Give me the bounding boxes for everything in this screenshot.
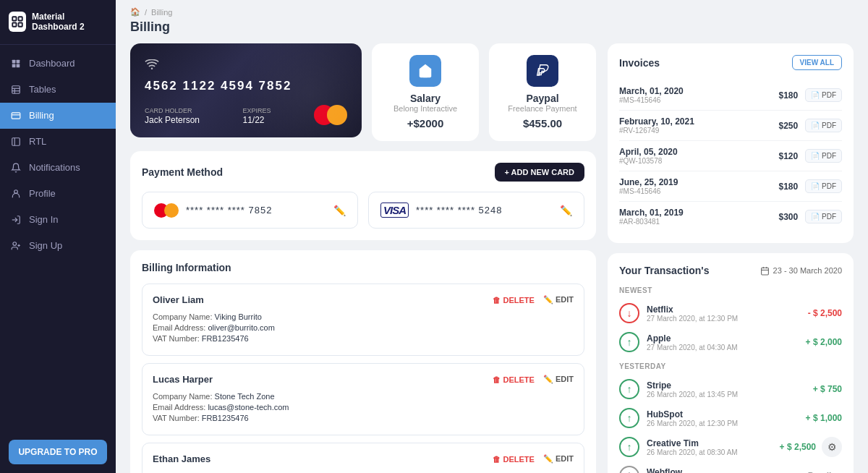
svg-rect-7 <box>17 64 20 67</box>
salary-label: Salary <box>410 93 441 104</box>
card-number: 4562 1122 4594 7852 <box>145 79 347 93</box>
svg-rect-6 <box>12 64 16 67</box>
invoices-header: Invoices VIEW ALL <box>619 55 842 70</box>
company-field-1: Company Name: Stone Tech Zone <box>153 392 574 401</box>
card-expires: 11/22 <box>243 115 265 125</box>
sidebar-item-notifications[interactable]: Notifications <box>0 155 116 181</box>
sidebar-item-dashboard[interactable]: Dashboard <box>0 51 116 77</box>
upgrade-button[interactable]: UPGRADE TO PRO <box>9 440 107 464</box>
table-icon <box>10 84 22 95</box>
tr-time-hubspot: 26 March 2020, at 12:30 PM <box>647 419 738 427</box>
paypal-card: Paypal Freelance Payment $455.00 <box>489 43 596 141</box>
sidebar-item-signin[interactable]: Sign In <box>0 207 116 233</box>
inv-pdf-0[interactable]: 📄 PDF <box>805 88 842 102</box>
edit-card-mc-button[interactable]: ✏️ <box>333 205 346 216</box>
inv-pdf-3[interactable]: 📄 PDF <box>805 179 842 193</box>
tr-time-stripe: 26 March 2020, at 13:45 PM <box>647 391 738 399</box>
card-holder-info: Card Holder Jack Peterson <box>145 107 200 125</box>
signup-icon <box>10 240 22 252</box>
payment-method-header: Payment Method + ADD NEW CARD <box>142 163 584 182</box>
left-column: 4562 1122 4594 7852 Card Holder Jack Pet… <box>130 43 596 464</box>
tr-dot-webflow: ! <box>619 466 639 473</box>
tr-name-creativetim: Creative Tim <box>647 438 738 448</box>
sidebar-item-rtl[interactable]: RTL <box>0 129 116 155</box>
svg-rect-22 <box>761 268 768 275</box>
card-holder-label: Card Holder <box>145 107 200 114</box>
transactions-date-range: 23 - 30 March 2020 <box>760 266 842 276</box>
logo-icon <box>9 12 26 32</box>
tr-netflix: ↓ Netflix 27 March 2020, at 12:30 PM - $… <box>619 299 842 328</box>
sidebar-item-label: Sign In <box>29 214 58 225</box>
salary-card: Salary Belong Interactive +$2000 <box>372 43 479 141</box>
mastercard-logo <box>314 105 347 125</box>
inv-date-0: March, 01, 2020 <box>619 86 684 96</box>
edit-billing-2[interactable]: ✏️ EDIT <box>543 454 574 464</box>
inv-id-3: #MS-415646 <box>619 187 678 195</box>
tr-time-netflix: 27 March 2020, at 12:30 PM <box>647 315 738 323</box>
delete-billing-0[interactable]: 🗑 DELETE <box>493 295 534 304</box>
salary-sub: Belong Interactive <box>393 104 457 113</box>
edit-billing-1[interactable]: ✏️ EDIT <box>543 375 574 384</box>
sidebar-item-label: RTL <box>29 136 46 147</box>
invoices-list: March, 01, 2020 #MS-415646 $180 📄 PDF Fe… <box>619 80 842 231</box>
invoice-row-2: April, 05, 2020 #QW-103578 $120 📄 PDF <box>619 141 842 171</box>
right-column: Invoices VIEW ALL March, 01, 2020 #MS-41… <box>608 43 854 464</box>
inv-date-1: February, 10, 2021 <box>619 116 694 127</box>
svg-rect-0 <box>12 17 16 21</box>
cards-row: 4562 1122 4594 7852 Card Holder Jack Pet… <box>130 43 596 141</box>
sidebar-logo: Material Dashboard 2 <box>0 0 116 45</box>
sidebar-item-label: Billing <box>29 110 54 121</box>
layout-icon <box>10 136 22 148</box>
gear-button[interactable]: ⚙ <box>822 437 842 457</box>
sidebar-item-signup[interactable]: Sign Up <box>0 233 116 259</box>
sidebar-item-tables[interactable]: Tables <box>0 77 116 103</box>
tr-section-newest: NEWEST <box>619 286 842 294</box>
inv-pdf-2[interactable]: 📄 PDF <box>805 149 842 163</box>
billing-info-title: Billing Information <box>142 262 584 273</box>
inv-pdf-4[interactable]: 📄 PDF <box>805 210 842 223</box>
edit-billing-0[interactable]: ✏️ EDIT <box>543 295 574 304</box>
delete-billing-1[interactable]: 🗑 DELETE <box>493 375 534 384</box>
grid-icon <box>10 58 22 69</box>
inv-id-4: #AR-803481 <box>619 218 684 226</box>
invoice-row-0: March, 01, 2020 #MS-415646 $180 📄 PDF <box>619 80 842 111</box>
bell-icon <box>10 162 22 174</box>
inv-date-2: April, 05, 2020 <box>619 147 678 157</box>
delete-billing-2[interactable]: 🗑 DELETE <box>493 454 534 464</box>
inv-amount-4: $300 <box>779 212 799 222</box>
billing-info-panel: Billing Information Oliver Liam 🗑 DELETE… <box>130 250 596 473</box>
company-field-0: Company Name: Viking Burrito <box>153 312 574 321</box>
tr-name-netflix: Netflix <box>647 304 738 315</box>
inv-amount-1: $250 <box>779 121 799 131</box>
wifi-icon <box>145 58 347 73</box>
billing-entry-1: Lucas Harper 🗑 DELETE ✏️ EDIT Company Na… <box>142 363 584 435</box>
billing-name-1: Lucas Harper <box>153 374 213 385</box>
sidebar-logo-text: Material Dashboard 2 <box>32 12 107 33</box>
svg-point-16 <box>14 190 18 194</box>
billing-name-0: Oliver Liam <box>153 294 204 305</box>
sidebar-item-label: Profile <box>29 188 56 199</box>
svg-rect-8 <box>12 86 20 94</box>
card-expires-info: Expires 11/22 <box>243 107 271 125</box>
sidebar-item-billing[interactable]: Billing <box>0 103 116 129</box>
topbar: 🏠 / Billing Billing <box>116 0 868 43</box>
sidebar-item-label: Sign Up <box>29 240 62 251</box>
signin-icon <box>10 214 22 226</box>
inv-date-4: March, 01, 2019 <box>619 208 684 218</box>
sidebar-item-profile[interactable]: Profile <box>0 181 116 207</box>
billing-icon <box>10 110 22 122</box>
transactions-header: Your Transaction's 23 - 30 March 2020 <box>619 265 842 276</box>
view-all-button[interactable]: VIEW ALL <box>792 55 842 70</box>
add-card-button[interactable]: + ADD NEW CARD <box>495 163 584 182</box>
mastercard-logo-small <box>154 203 179 218</box>
pm-card-visa: VISA **** **** **** 5248 ✏️ <box>368 192 584 229</box>
sidebar: Material Dashboard 2 Dashboard Tables Bi… <box>0 0 116 473</box>
svg-rect-5 <box>17 60 20 64</box>
tr-dot-creativetim: ↑ <box>619 437 639 457</box>
tr-webflow: ! Webflow 26 March 2020, at 05:00 AM Pen… <box>619 461 842 473</box>
edit-card-visa-button[interactable]: ✏️ <box>560 205 572 216</box>
tr-name-stripe: Stripe <box>647 380 738 391</box>
svg-point-21 <box>151 68 153 69</box>
inv-pdf-1[interactable]: 📄 PDF <box>805 119 842 132</box>
paypal-label: Paypal <box>526 93 558 104</box>
